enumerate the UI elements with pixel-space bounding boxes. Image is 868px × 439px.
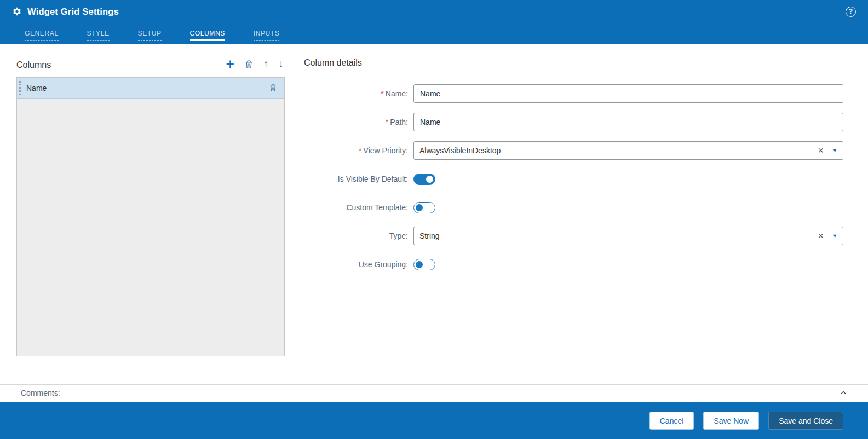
toggle-knob: [416, 261, 423, 268]
is-visible-toggle[interactable]: [413, 174, 435, 185]
delete-item-button[interactable]: [269, 84, 277, 92]
tab-inputs[interactable]: INPUTS: [254, 30, 280, 41]
comments-section-header[interactable]: Comments:: [0, 384, 868, 401]
widget-grid-settings-dialog: Widget Grid Settings ? GENERAL STYLE SET…: [0, 0, 868, 439]
tab-setup[interactable]: SETUP: [138, 30, 162, 41]
clear-icon[interactable]: ×: [812, 146, 831, 155]
tab-bar: GENERAL STYLE SETUP COLUMNS INPUTS: [25, 23, 856, 44]
use-grouping-field-label: Use Grouping:: [304, 260, 413, 269]
page-title: Widget Grid Settings: [27, 7, 119, 17]
path-field-row: *Path:: [304, 113, 843, 131]
trash-icon: [269, 84, 277, 92]
column-details-title: Column details: [304, 58, 843, 68]
is-visible-field-row: Is Visible By Default:: [304, 170, 843, 188]
tab-columns[interactable]: COLUMNS: [190, 30, 225, 41]
columns-list: Name: [16, 77, 285, 356]
view-priority-value: AlwaysVisibleInDesktop: [419, 146, 812, 155]
footer-action-bar: Cancel Save Now Save and Close: [0, 402, 868, 439]
custom-template-field-label: Custom Template:: [304, 203, 413, 212]
tab-style[interactable]: STYLE: [87, 30, 110, 41]
name-field-row: *Name:: [304, 84, 843, 103]
type-field-label: Type:: [304, 232, 413, 240]
help-icon[interactable]: ?: [846, 7, 856, 17]
drag-handle-icon[interactable]: [19, 81, 21, 95]
name-input[interactable]: [413, 84, 843, 103]
header: Widget Grid Settings ? GENERAL STYLE SET…: [0, 0, 868, 44]
chevron-down-icon[interactable]: ▼: [830, 148, 837, 153]
delete-column-button[interactable]: [244, 60, 254, 69]
custom-template-field-row: Custom Template:: [304, 198, 843, 217]
toggle-knob: [416, 204, 423, 211]
add-column-button[interactable]: +: [226, 59, 234, 70]
clear-icon[interactable]: ×: [812, 231, 831, 241]
required-marker: *: [381, 89, 383, 98]
type-value: String: [419, 232, 812, 240]
chevron-down-icon[interactable]: ▼: [830, 233, 837, 239]
toggle-knob: [426, 176, 433, 183]
chevron-up-icon[interactable]: [840, 389, 857, 397]
columns-toolbar: + ↑ ↓: [226, 58, 285, 70]
trash-icon: [244, 60, 254, 69]
use-grouping-field-row: Use Grouping:: [304, 255, 843, 274]
column-item-label: Name: [26, 84, 47, 93]
type-select[interactable]: String × ▼: [413, 227, 843, 245]
comments-label: Comments:: [21, 389, 60, 397]
type-field-row: Type: String × ▼: [304, 227, 843, 245]
move-down-button[interactable]: ↓: [279, 58, 284, 70]
title-row: Widget Grid Settings ?: [12, 0, 856, 23]
cancel-button[interactable]: Cancel: [649, 412, 694, 430]
required-marker: *: [386, 118, 388, 126]
view-priority-field-row: *View Priority: AlwaysVisibleInDesktop ×…: [304, 141, 843, 160]
path-input[interactable]: [413, 113, 843, 131]
columns-panel: Columns + ↑ ↓ Name: [0, 44, 285, 384]
view-priority-field-label: *View Priority:: [304, 146, 413, 155]
save-now-button[interactable]: Save Now: [703, 412, 759, 430]
main-content: Columns + ↑ ↓ Name: [0, 44, 868, 384]
tab-general[interactable]: GENERAL: [25, 30, 59, 41]
columns-panel-title: Columns: [16, 60, 51, 70]
custom-template-toggle[interactable]: [413, 202, 435, 213]
name-field-label: *Name:: [304, 89, 413, 98]
columns-panel-header: Columns + ↑ ↓: [16, 58, 285, 70]
is-visible-field-label: Is Visible By Default:: [304, 175, 413, 183]
move-up-button[interactable]: ↑: [263, 58, 269, 70]
required-marker: *: [359, 146, 361, 155]
gear-icon: [12, 7, 22, 16]
save-and-close-button[interactable]: Save and Close: [768, 412, 843, 430]
path-field-label: *Path:: [304, 118, 413, 126]
column-details-panel: Column details *Name: *Path: *View Prior…: [285, 44, 868, 384]
use-grouping-toggle[interactable]: [413, 259, 435, 270]
view-priority-select[interactable]: AlwaysVisibleInDesktop × ▼: [413, 141, 843, 160]
list-item[interactable]: Name: [17, 78, 284, 99]
